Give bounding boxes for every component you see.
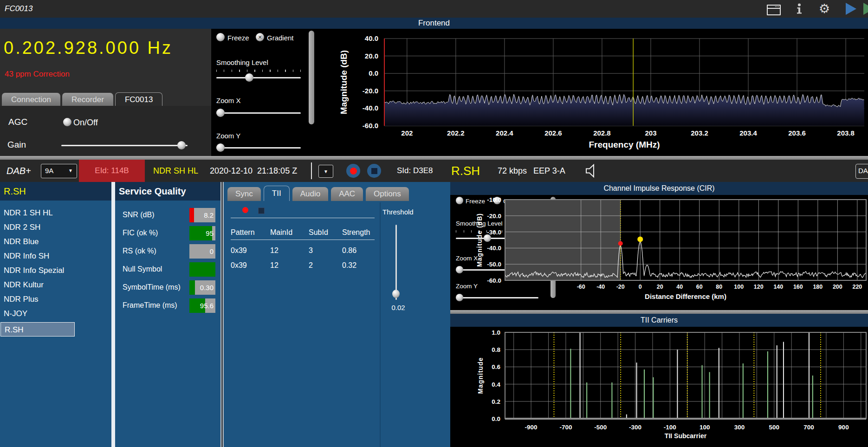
fc0013-tab-content: AGC On/Off Gain: [0, 106, 211, 156]
agc-label: AGC: [8, 117, 27, 127]
tii-carriers-section-header: TII Carriers: [450, 314, 868, 327]
cir-zoomx-handle[interactable]: [456, 266, 463, 273]
frontend-zoomy-slider[interactable]: [216, 143, 301, 152]
frequency-display: 0.202.928.000 Hz: [4, 38, 173, 58]
tab-tii[interactable]: TII: [264, 186, 290, 201]
frontend-tab-recorder[interactable]: Recorder: [62, 93, 113, 106]
cir-smoothing-handle[interactable]: [484, 234, 491, 242]
tii-col-header: Strength: [342, 228, 370, 237]
dab-toggle-button[interactable]: DAB: [855, 164, 868, 179]
sq-row-label: Null Symbol: [123, 265, 162, 273]
dab-mode-label: DAB+: [6, 160, 31, 182]
cir-scrollbar[interactable]: [551, 197, 556, 298]
frontend-zoomy-handle[interactable]: [216, 143, 225, 152]
channel-value: 9A: [45, 164, 53, 177]
frontend-smoothing-slider[interactable]: [216, 73, 301, 82]
frontend-gradient-radio[interactable]: [256, 33, 264, 41]
frontend-freeze-radio[interactable]: [216, 33, 225, 41]
frontend-section-header: Frontend: [0, 18, 868, 29]
cir-zoomy-handle[interactable]: [456, 294, 463, 301]
datetime-label: 2020-12-10 21:18:05 Z: [210, 160, 297, 182]
sq-row-label: SNR (dB): [123, 211, 154, 219]
agc-radio[interactable]: [63, 118, 71, 126]
sq-bar-value: 95.6: [200, 298, 214, 313]
frontend-tab-connection[interactable]: Connection: [2, 93, 60, 106]
service-item[interactable]: R.SH: [0, 322, 75, 337]
stop-button[interactable]: [367, 164, 381, 178]
cir-smoothing-slider[interactable]: [456, 234, 538, 242]
info-icon[interactable]: [796, 3, 803, 15]
settings-gear-icon[interactable]: ⚙: [819, 0, 830, 17]
frontend-scrollbar[interactable]: [309, 31, 314, 124]
sq-bar-fill: [189, 262, 215, 277]
record-button[interactable]: [346, 164, 360, 178]
service-id-label: SId: D3E8: [397, 160, 433, 182]
chevron-down-icon: ▼: [68, 164, 73, 177]
tii-cell: 2: [309, 261, 313, 270]
ensemble-id-badge: EId: 114B: [79, 160, 145, 182]
tii-cell: 0.86: [342, 246, 356, 255]
threshold-label: Threshold: [382, 208, 414, 216]
service-item[interactable]: N-JOY: [0, 306, 115, 321]
bitrate-value: 72 kbps: [498, 166, 527, 175]
frontend-zoomx-slider[interactable]: [216, 109, 301, 117]
sq-row-bar: [189, 262, 215, 277]
service-item[interactable]: NDR Kultur: [0, 278, 115, 292]
cir-freeze-radio[interactable]: [456, 197, 463, 204]
frontend-smoothing-label: Smoothing Level: [216, 58, 268, 66]
cir-zoomx-slider[interactable]: [456, 266, 538, 274]
service-item[interactable]: NDR Blue: [0, 234, 115, 249]
window-title: FC0013: [5, 0, 32, 18]
frontend-zoomx-handle[interactable]: [216, 109, 225, 117]
tab-aac[interactable]: AAC: [331, 187, 363, 201]
tii-col-header: MainId: [270, 228, 292, 237]
frontend-gradient-label: Gradient: [267, 34, 294, 42]
cir-zoomy-slider[interactable]: [456, 293, 538, 302]
tii-col-header: SubId: [309, 228, 328, 237]
threshold-slider-handle[interactable]: [392, 290, 400, 298]
cir-zoomx-label: Zoom X: [456, 255, 478, 262]
horizontal-splitter[interactable]: [0, 156, 868, 160]
protection-level: EEP 3-A: [533, 166, 565, 175]
recorder-dropdown-button[interactable]: ▼: [318, 165, 333, 178]
speaker-icon[interactable]: [585, 164, 598, 178]
frontend-smoothing-handle[interactable]: [245, 73, 253, 82]
frontend-zoomx-label: Zoom X: [216, 97, 241, 104]
window-layout-icon[interactable]: •••: [767, 5, 781, 15]
tii-col-header: Pattern: [231, 228, 255, 237]
tab-audio[interactable]: Audio: [292, 187, 328, 201]
smoothing-tickmarks: [456, 230, 538, 233]
sq-row-label: RS (ok %): [123, 247, 156, 255]
service-item[interactable]: NDR Plus: [0, 292, 115, 306]
gain-slider[interactable]: [61, 141, 188, 149]
sq-row-bar: 8.2: [189, 208, 215, 222]
play-icon[interactable]: [846, 3, 856, 15]
play-secondary-icon[interactable]: [863, 3, 868, 15]
sq-bar-value: 0.30: [200, 280, 214, 295]
service-item[interactable]: NDR Info Spezial: [0, 263, 115, 278]
service-quality-title: Service Quality: [115, 182, 224, 201]
service-item[interactable]: NDR Info SH: [0, 249, 115, 263]
vertical-splitter[interactable]: [220, 182, 224, 447]
record-icon: [350, 168, 357, 175]
gain-slider-handle[interactable]: [177, 141, 186, 149]
tii-stop-indicator[interactable]: [258, 207, 265, 214]
sq-row-label: SymbolTime (ms): [123, 283, 181, 292]
tab-sync[interactable]: Sync: [227, 187, 261, 201]
gain-label: Gain: [7, 140, 26, 150]
selected-service-header: R.SH: [0, 182, 115, 201]
cir-gradient-label: Gradient: [503, 198, 527, 205]
horizontal-splitter[interactable]: [450, 310, 868, 314]
sq-row-bar: 0: [189, 244, 215, 259]
service-item[interactable]: NDR 1 SH HL: [0, 206, 115, 220]
threshold-slider[interactable]: [395, 225, 397, 300]
tab-options[interactable]: Options: [366, 187, 409, 201]
service-item[interactable]: NDR 2 SH: [0, 220, 115, 234]
tii-record-indicator[interactable]: [242, 207, 248, 213]
tii-cell: 0.32: [342, 261, 356, 270]
channel-select[interactable]: 9A ▼: [41, 164, 77, 178]
cir-gradient-radio[interactable]: [493, 197, 501, 204]
frontend-tab-fc0013[interactable]: FC0013: [115, 92, 162, 107]
title-bar: FC0013 ••• ⚙: [0, 0, 868, 18]
panel-divider: [380, 202, 381, 447]
